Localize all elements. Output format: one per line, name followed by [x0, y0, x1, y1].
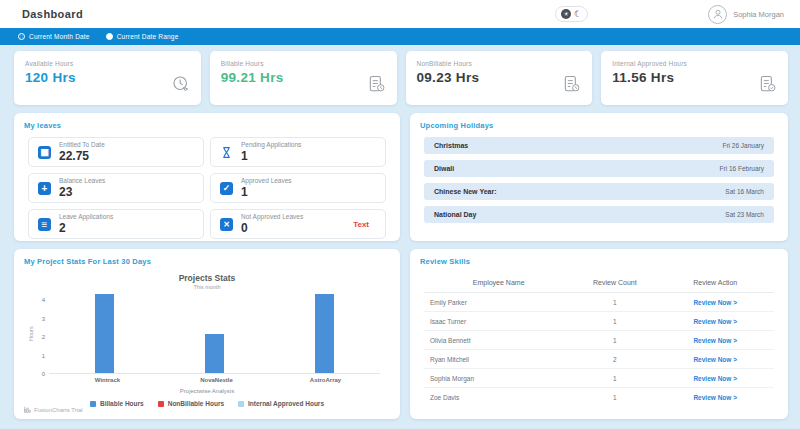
review-count: 1 — [567, 375, 662, 382]
x-axis-title: Projectwise Analysis — [24, 388, 390, 394]
bar-wintrack[interactable] — [95, 294, 114, 373]
leave-value: 1 — [241, 185, 292, 199]
fusioncharts-watermark[interactable]: FusionCharts Trial — [24, 406, 83, 413]
stat-label: NonBillable Hours — [417, 60, 583, 67]
stat-value: 120 Hrs — [25, 70, 191, 85]
text-badge: Text — [353, 220, 369, 229]
radio-current-date-range[interactable]: Current Date Range — [106, 33, 179, 40]
review-now-link[interactable]: Review Now > — [662, 375, 768, 382]
leave-label: Approved Leaves — [241, 177, 292, 184]
legend-swatch-icon — [90, 401, 96, 407]
employee-name: Emily Parker — [430, 299, 567, 306]
filter-bar: Current Month Date Current Date Range — [0, 28, 800, 45]
radio-unselected-icon[interactable] — [106, 33, 113, 40]
holiday-row: Diwali Fri 16 February — [424, 160, 774, 177]
clock-edit-icon — [171, 74, 191, 98]
theme-toggle[interactable]: ☀ ☾ — [555, 6, 588, 22]
column-header-review-action: Review Action — [662, 279, 768, 286]
legend-swatch-icon — [238, 401, 244, 407]
table-row: Emily Parker 1 Review Now > — [424, 293, 774, 312]
calendar-check-icon — [220, 182, 233, 195]
legend-label: NonBillable Hours — [168, 400, 224, 407]
leave-tile-pending-applications: Pending Applications 1 — [210, 137, 386, 167]
review-count: 1 — [567, 299, 662, 306]
watermark-text: FusionCharts Trial — [34, 407, 83, 413]
user-name: Sophia Morgan — [733, 10, 784, 19]
bar-group — [49, 294, 159, 373]
bar-group — [159, 294, 269, 373]
holiday-date: Sat 23 March — [725, 211, 764, 218]
holiday-date: Fri 16 February — [720, 165, 764, 172]
holiday-name: Christmas — [434, 142, 468, 149]
chart-plot — [49, 294, 380, 374]
leave-label: Balance Leaves — [59, 177, 105, 184]
legend-swatch-icon — [158, 401, 164, 407]
upcoming-holidays-panel: Upcoming Holidays Christmas Fri 26 Janua… — [410, 113, 788, 241]
row-leaves-holidays: My leaves Entitled To Date 22.75 — [0, 105, 800, 241]
chart-title: Projects Stats — [24, 273, 390, 283]
stat-card-billable-hours: Billable Hours 99.21 Hrs — [210, 51, 397, 105]
column-header-employee-name: Employee Name — [430, 279, 567, 286]
y-tick-label: 1 — [42, 353, 45, 359]
review-count: 2 — [567, 356, 662, 363]
calendar-plus-icon — [38, 182, 51, 195]
x-axis-category-label: Wintrack — [53, 377, 162, 383]
holiday-name: Diwali — [434, 165, 454, 172]
holiday-name: National Day — [434, 211, 476, 218]
table-row: Zoe Davis 1 Review Now > — [424, 388, 774, 406]
holiday-row: National Day Sat 23 March — [424, 206, 774, 223]
review-now-link[interactable]: Review Now > — [662, 394, 768, 401]
legend-item[interactable]: Internal Approved Hours — [238, 400, 324, 407]
leave-tile-entitled-to-date: Entitled To Date 22.75 — [28, 137, 204, 167]
legend-label: Internal Approved Hours — [248, 400, 324, 407]
review-now-link[interactable]: Review Now > — [662, 318, 768, 325]
avatar[interactable] — [708, 5, 727, 24]
legend-item[interactable]: NonBillable Hours — [158, 400, 224, 407]
y-tick-label: 4 — [42, 297, 45, 303]
bar-novanestle[interactable] — [205, 334, 224, 374]
document-check-icon — [758, 74, 778, 98]
leave-value: 0 — [241, 221, 303, 235]
hourglass-icon — [220, 146, 233, 159]
table-header-row: Employee Name Review Count Review Action — [424, 273, 774, 293]
employee-name: Zoe Davis — [430, 394, 567, 401]
legend-label: Billable Hours — [100, 400, 144, 407]
user-chip[interactable]: Sophia Morgan — [708, 5, 784, 24]
table-row: Ryan Mitchell 2 Review Now > — [424, 350, 774, 369]
review-count: 1 — [567, 337, 662, 344]
radio-label: Current Date Range — [117, 33, 179, 40]
review-now-link[interactable]: Review Now > — [662, 337, 768, 344]
employee-name: Ryan Mitchell — [430, 356, 567, 363]
project-stats-title: My Project Stats For Last 30 Days — [24, 257, 390, 266]
sun-icon: ☀ — [561, 9, 571, 19]
leave-value: 2 — [59, 221, 113, 235]
stat-label: Internal Approved Hours — [612, 60, 778, 67]
my-leaves-title: My leaves — [24, 121, 390, 130]
radio-current-month-date[interactable]: Current Month Date — [18, 33, 90, 40]
legend-item[interactable]: Billable Hours — [90, 400, 144, 407]
review-count: 1 — [567, 318, 662, 325]
row-chart-review: My Project Stats For Last 30 Days Projec… — [0, 241, 800, 419]
document-clock-icon — [367, 74, 387, 98]
review-count: 1 — [567, 394, 662, 401]
my-leaves-panel: My leaves Entitled To Date 22.75 — [14, 113, 400, 241]
stat-value: 99.21 Hrs — [221, 70, 387, 85]
radio-selected-icon[interactable] — [18, 33, 25, 40]
table-row: Olivia Bennett 1 Review Now > — [424, 331, 774, 350]
employee-name: Isaac Turner — [430, 318, 567, 325]
column-header-review-count: Review Count — [567, 279, 662, 286]
leave-value: 23 — [59, 185, 105, 199]
chart-logo-icon — [24, 406, 31, 413]
review-skills-title: Review Skills — [420, 257, 778, 266]
bar-chart: Hours 43210 — [24, 294, 390, 374]
y-tick-label: 2 — [42, 334, 45, 340]
leave-tile-approved-leaves: Approved Leaves 1 — [210, 173, 386, 203]
bar-group — [270, 294, 380, 373]
topbar-right: ☀ ☾ Sophia Morgan — [555, 5, 784, 24]
bar-astroarray[interactable] — [315, 294, 334, 373]
employee-name: Olivia Bennett — [430, 337, 567, 344]
review-now-link[interactable]: Review Now > — [662, 356, 768, 363]
leave-label: Leave Applications — [59, 213, 113, 220]
review-now-link[interactable]: Review Now > — [662, 299, 768, 306]
top-bar: Dashboard ☀ ☾ Sophia Morgan — [0, 0, 800, 28]
